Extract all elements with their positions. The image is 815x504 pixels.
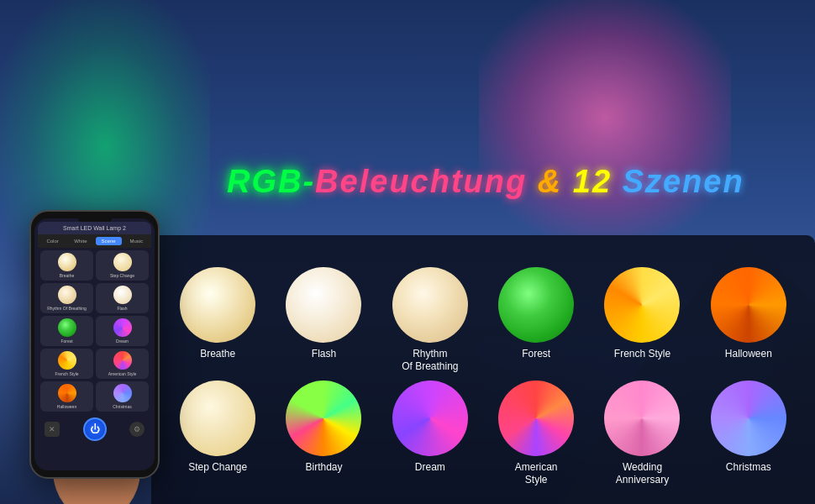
phone-scene-breathe[interactable]: Breathe — [40, 250, 93, 281]
phone-notch — [78, 217, 112, 222]
scene-label-rhythm: RhythmOf Breathing — [402, 348, 458, 374]
phone-controls: ✕ ⏻ ⚙ — [38, 414, 151, 444]
phone-scene-rhythm[interactable]: Rhythm Of Breathing — [40, 283, 93, 313]
phone-label-stepchange: Step Change — [110, 273, 134, 278]
phone-tab-white[interactable]: White — [67, 237, 93, 245]
scene-circle-forest — [498, 267, 574, 343]
scene-dream[interactable]: Dream — [381, 381, 480, 487]
scene-circle-dream — [392, 381, 468, 456]
phone-settings-btn[interactable]: ✕ — [45, 422, 60, 437]
phone-tab-music[interactable]: Music — [124, 237, 150, 245]
phone-circle-stepchange — [113, 253, 132, 271]
phone-scene-christmas[interactable]: Christmas — [96, 381, 149, 412]
scene-flash[interactable]: Flash — [274, 267, 373, 374]
phone-circle-flash — [113, 286, 132, 304]
title-12: 12 — [573, 164, 612, 199]
phone-circle-forest — [58, 318, 76, 337]
scene-circle-breathe — [180, 267, 255, 343]
scene-birthday[interactable]: Birthday — [274, 381, 373, 487]
scene-circle-flash — [286, 267, 361, 343]
phone-scene-forest[interactable]: Forest — [40, 316, 93, 346]
scene-circle-birthday — [286, 381, 361, 456]
scene-american[interactable]: AmericanStyle — [486, 381, 586, 487]
phone-scene-french[interactable]: French Style — [40, 349, 93, 379]
scene-christmas[interactable]: Christmas — [699, 381, 798, 487]
scene-label-american: AmericanStyle — [515, 461, 558, 487]
phone-label-flash: Flash — [117, 306, 127, 311]
scene-circle-wedding — [604, 381, 680, 456]
scene-label-birthday: Birthday — [305, 461, 342, 475]
scene-rhythm[interactable]: RhythmOf Breathing — [381, 267, 480, 374]
phone-power-btn[interactable]: ⏻ — [83, 417, 107, 441]
phone-circle-american — [113, 351, 132, 370]
phone-circle-rhythm — [58, 286, 76, 304]
phone-label-forest: Forest — [60, 339, 72, 344]
scene-label-dream: Dream — [415, 461, 445, 475]
phone-circle-french — [58, 351, 76, 370]
phone-circle-breathe — [58, 253, 76, 271]
phone-circle-halloween — [58, 384, 76, 402]
phone-label-breathe: Breathe — [60, 273, 75, 278]
scene-french[interactable]: French Style — [592, 267, 691, 374]
scenes-grid: Breathe Flash RhythmOf Breathing Forest … — [155, 255, 811, 496]
scene-circle-christmas — [711, 381, 786, 456]
scene-circle-french — [604, 267, 680, 343]
phone-label-american: American Style — [108, 371, 137, 376]
scene-circle-rhythm — [392, 267, 468, 343]
phone-scene-american[interactable]: American Style — [96, 349, 149, 379]
scene-label-french: French Style — [614, 348, 670, 361]
scene-halloween[interactable]: Halloween — [699, 267, 798, 374]
scene-label-wedding: WeddingAnniversary — [616, 461, 669, 487]
scene-label-forest: Forest — [522, 348, 550, 361]
title-szenen: Szenen — [612, 164, 744, 199]
phone-container: Smart LED Wall Lamp 2 Color White Scene … — [13, 67, 176, 504]
phone-label-christmas: Christmas — [113, 404, 132, 409]
page-title: RGB-Beleuchtung & 12 Szenen — [227, 164, 744, 200]
phone-screen: Smart LED Wall Lamp 2 Color White Scene … — [34, 218, 155, 470]
phone-label-french: French Style — [55, 371, 78, 376]
phone-circle-christmas — [113, 384, 132, 402]
scene-label-breathe: Breathe — [200, 348, 235, 361]
scene-label-halloween: Halloween — [725, 348, 772, 361]
scene-label-christmas: Christmas — [726, 461, 771, 475]
phone-tab-color[interactable]: Color — [39, 237, 66, 245]
phone-scene-halloween[interactable]: Halloween — [40, 381, 93, 412]
phone-tab-scene[interactable]: Scene — [96, 237, 122, 245]
phone-device: Smart LED Wall Lamp 2 Color White Scene … — [29, 210, 160, 479]
scene-circle-american — [498, 381, 574, 456]
phone-scene-stepchange[interactable]: Step Change — [96, 250, 149, 281]
phone-label-dream: Dream — [116, 339, 129, 344]
title-rgb: RGB- — [227, 164, 315, 199]
phone-scene-dream[interactable]: Dream — [96, 316, 149, 346]
pink-light-effect — [479, 0, 731, 235]
scene-circle-halloween — [711, 267, 786, 343]
phone-title-text: Smart LED Wall Lamp 2 — [43, 225, 146, 231]
phone-tabs: Color White Scene Music — [38, 234, 151, 248]
phone-menu-btn[interactable]: ⚙ — [129, 422, 145, 437]
title-beleuchtung: Beleuchtung — [315, 164, 527, 199]
scene-breathe[interactable]: Breathe — [168, 267, 267, 374]
title-amp: & — [527, 164, 573, 199]
scene-forest[interactable]: Forest — [486, 267, 586, 374]
phone-circle-dream — [113, 318, 132, 337]
phone-header: Smart LED Wall Lamp 2 — [38, 222, 151, 234]
phone-scenes-grid: Breathe Step Change Rhythm Of Breathing … — [38, 248, 151, 414]
scene-label-flash: Flash — [312, 348, 336, 361]
scene-circle-stepchange — [180, 381, 255, 456]
scene-stepchange[interactable]: Step Change — [168, 381, 267, 487]
scene-label-stepchange: Step Change — [188, 461, 247, 475]
phone-scene-flash[interactable]: Flash — [96, 283, 149, 313]
phone-label-halloween: Halloween — [57, 404, 76, 409]
phone-label-rhythm: Rhythm Of Breathing — [47, 306, 87, 311]
scene-wedding[interactable]: WeddingAnniversary — [592, 381, 691, 487]
